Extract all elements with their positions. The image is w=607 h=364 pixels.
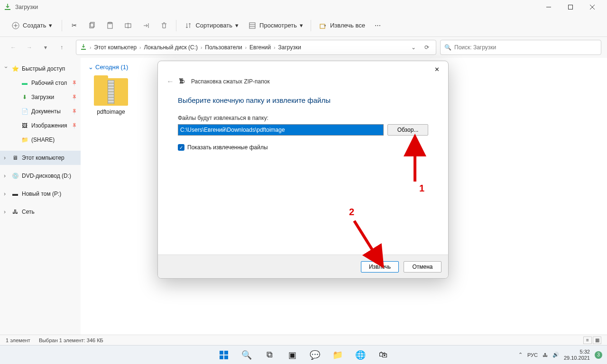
extract-all-button[interactable]: Извлечь все <box>315 18 369 34</box>
refresh-icon[interactable]: ⟳ <box>422 44 432 51</box>
chevron-down-icon[interactable]: ⌄ <box>408 44 419 51</box>
recent-button[interactable]: ▾ <box>38 40 53 55</box>
delete-button[interactable] <box>156 18 172 34</box>
extract-all-label: Извлечь все <box>330 22 365 29</box>
sidebar: ⭐Быстрый доступ ▬Рабочий стол ⬇Загрузки … <box>0 58 81 335</box>
crumb-users[interactable]: Пользователи <box>205 44 242 51</box>
icons-view-button[interactable]: ▦ <box>593 337 601 344</box>
plus-icon <box>11 21 20 30</box>
statusbar: 1 элемент Выбран 1 элемент: 346 КБ ≡ ▦ <box>0 335 607 345</box>
notifications-badge[interactable]: 3 <box>595 351 602 359</box>
file-label: pdftoimage <box>88 109 134 115</box>
crumb-this-pc[interactable]: Этот компьютер <box>94 44 137 51</box>
minimize-button[interactable] <box>538 0 560 14</box>
close-button[interactable] <box>581 0 603 14</box>
breadcrumb[interactable]: › Этот компьютер › Локальный диск (C:) ›… <box>76 40 436 55</box>
cancel-button[interactable]: Отмена <box>404 261 441 273</box>
explorer-button[interactable]: 📁 <box>328 347 347 363</box>
star-icon: ⭐ <box>11 65 19 73</box>
show-extracted-checkbox[interactable]: ✓ Показать извлеченные файлы <box>178 144 428 151</box>
sidebar-share[interactable]: 📁(SHARE) <box>0 133 81 147</box>
zip-icon: 🗜 <box>179 78 186 85</box>
drive-icon: ▬ <box>11 190 19 198</box>
item-count: 1 элемент <box>6 337 30 343</box>
file-item[interactable]: pdftoimage <box>88 75 134 115</box>
svg-rect-8 <box>320 24 325 28</box>
rename-button[interactable] <box>120 18 136 34</box>
chevron-right-icon: › <box>90 45 91 50</box>
svg-rect-12 <box>224 355 228 359</box>
sort-button[interactable]: Сортировать ▾ <box>180 18 242 34</box>
crumb-user[interactable]: Евгений <box>249 44 271 51</box>
paste-button[interactable] <box>102 18 118 34</box>
language-indicator[interactable]: РУС <box>527 352 538 358</box>
share-button[interactable] <box>138 18 154 34</box>
separator <box>62 20 62 31</box>
chevron-down-icon: ▾ <box>300 22 303 29</box>
desktop-icon: ▬ <box>21 79 28 87</box>
new-button[interactable]: Создать ▾ <box>6 18 58 34</box>
task-view-button[interactable]: ⧉ <box>260 347 279 363</box>
forward-button[interactable]: → <box>22 40 37 55</box>
chevron-right-icon: › <box>139 45 141 50</box>
trash-icon <box>160 21 168 30</box>
details-view-button[interactable]: ≡ <box>583 337 592 344</box>
sidebar-pictures[interactable]: 🖼Изображения <box>0 118 81 133</box>
more-button[interactable]: ⋯ <box>371 18 385 34</box>
sidebar-desktop[interactable]: ▬Рабочий стол <box>0 76 81 90</box>
search-box[interactable]: 🔍 <box>440 40 601 55</box>
sidebar-network[interactable]: 🖧Сеть <box>0 205 81 219</box>
sidebar-quick-access[interactable]: ⭐Быстрый доступ <box>0 62 81 76</box>
view-icon <box>248 21 257 30</box>
start-button[interactable] <box>214 347 233 363</box>
sidebar-documents[interactable]: 📄Документы <box>0 104 81 118</box>
clock[interactable]: 5:32 29.10.2021 <box>564 349 590 360</box>
copy-button[interactable] <box>84 18 100 34</box>
sidebar-downloads[interactable]: ⬇Загрузки <box>0 90 81 104</box>
dialog-heading: Выберите конечную папку и извлеките файл… <box>178 96 428 104</box>
computer-icon: 🖥 <box>11 154 19 162</box>
extract-button[interactable]: Извлечь <box>361 261 399 273</box>
back-button[interactable]: ← <box>6 40 21 55</box>
download-icon: ⬇ <box>21 93 28 101</box>
path-label: Файлы будут извлекаться в папку: <box>178 115 428 121</box>
view-button[interactable]: Просмотреть ▾ <box>244 18 307 34</box>
widgets-button[interactable]: ▣ <box>283 347 302 363</box>
toolbar: Создать ▾ ✂ Сортировать ▾ Просмотреть ▾ … <box>0 14 607 37</box>
tray-chevron-icon[interactable]: ⌃ <box>518 352 523 358</box>
browse-button[interactable]: Обзор... <box>387 124 428 136</box>
edge-button[interactable]: 🌐 <box>351 347 370 363</box>
svg-rect-0 <box>569 5 573 9</box>
sidebar-dvd[interactable]: 💿DVD-дисковод (D:) <box>0 169 81 183</box>
show-extracted-label: Показать извлеченные файлы <box>187 144 268 151</box>
chevron-down-icon: ▾ <box>49 22 52 29</box>
sidebar-new-volume[interactable]: ▬Новый том (P:) <box>0 187 81 201</box>
svg-rect-11 <box>220 355 223 359</box>
cut-button[interactable]: ✂ <box>66 18 82 34</box>
titlebar: Загрузки <box>0 0 607 14</box>
time: 5:32 <box>564 349 590 355</box>
chevron-right-icon: › <box>245 45 247 50</box>
navbar: ← → ▾ ↑ › Этот компьютер › Локальный дис… <box>0 37 607 58</box>
crumb-downloads[interactable]: Загрузки <box>278 44 301 51</box>
store-button[interactable]: 🛍 <box>374 347 393 363</box>
dialog-close-button[interactable]: ✕ <box>429 63 444 76</box>
crumb-c-drive[interactable]: Локальный диск (C:) <box>144 44 198 51</box>
copy-icon <box>88 21 96 30</box>
maximize-button[interactable] <box>560 0 581 14</box>
chevron-down-icon: ⌄ <box>88 64 93 71</box>
sidebar-this-pc[interactable]: 🖥Этот компьютер <box>0 151 81 165</box>
destination-path-input[interactable] <box>178 124 384 136</box>
search-button[interactable]: 🔍 <box>237 347 256 363</box>
up-button[interactable]: ↑ <box>54 40 69 55</box>
chat-button[interactable]: 💬 <box>305 347 324 363</box>
checkmark-icon: ✓ <box>178 144 184 151</box>
dialog-title: Распаковка сжатых ZIP-папок <box>191 78 270 85</box>
search-input[interactable] <box>454 44 597 51</box>
back-icon[interactable]: ← <box>166 77 174 86</box>
ellipsis-icon: ⋯ <box>375 22 381 29</box>
network-icon[interactable]: 🖧 <box>543 352 548 358</box>
volume-icon[interactable]: 🔊 <box>552 352 559 358</box>
separator <box>176 20 176 31</box>
chevron-down-icon: ▾ <box>235 22 239 29</box>
